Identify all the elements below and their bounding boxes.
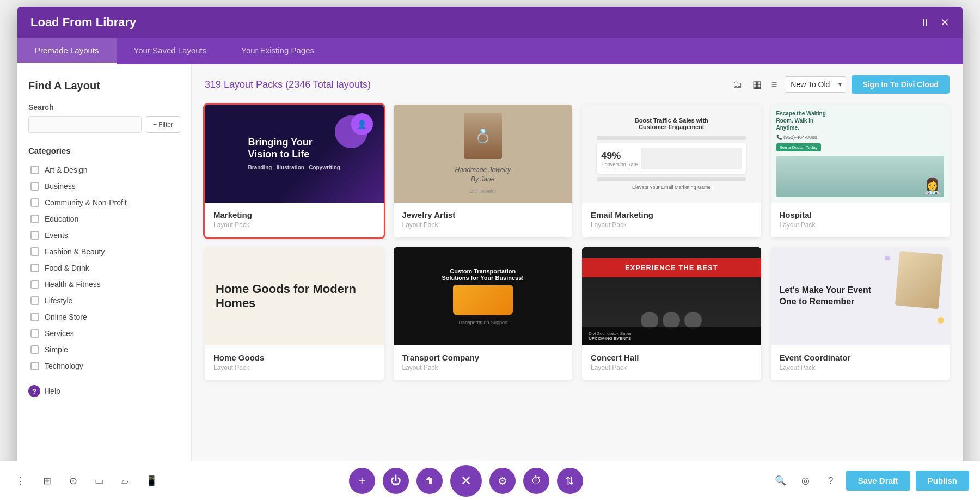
layout-card-hospital[interactable]: Escape the WaitingRoom. Walk InAnytime. … <box>771 105 950 237</box>
transport-shape <box>453 285 513 315</box>
category-item[interactable]: Health & Fitness <box>28 276 180 292</box>
search-input[interactable] <box>28 116 142 133</box>
category-item[interactable]: Services <box>28 325 180 342</box>
header-controls: 🗂 ▦ ≡ New To Old Old To New A to Z Z to … <box>731 75 950 94</box>
toolbar-swap-button[interactable]: ⇅ <box>557 468 583 494</box>
sort-select[interactable]: New To Old Old To New A to Z Z to A <box>785 76 846 93</box>
layout-card-concert[interactable]: EXPERIENCE THE BEST Divi Soundback Super… <box>582 247 761 380</box>
category-checkbox[interactable] <box>30 296 39 305</box>
categories-title: Categories <box>28 146 180 155</box>
toolbar-history-button[interactable]: ⏱ <box>523 468 549 494</box>
titlebar-icons: ⏸ ✕ <box>920 16 950 29</box>
card-name: Home Goods <box>213 353 375 362</box>
card-name: Event Coordinator <box>780 353 941 362</box>
event-dot2 <box>938 317 944 324</box>
category-item[interactable]: Business <box>28 178 180 194</box>
category-item[interactable]: Food & Drink <box>28 260 180 276</box>
category-label: Art & Design <box>45 166 88 174</box>
layout-card-homegoods[interactable]: Home Goods for Modern Homes Home Goods L… <box>205 247 384 380</box>
category-item[interactable]: Education <box>28 211 180 227</box>
category-checkbox[interactable] <box>30 345 39 354</box>
category-item[interactable]: Community & Non-Profit <box>28 194 180 211</box>
category-checkbox[interactable] <box>30 264 39 272</box>
list-view-icon[interactable]: ≡ <box>769 77 780 93</box>
save-draft-button[interactable]: Save Draft <box>846 471 910 491</box>
category-item[interactable]: Technology <box>28 358 180 374</box>
card-thumb-email: Boost Traffic & Sales withCustomer Engag… <box>582 105 761 203</box>
toolbar-layers-icon[interactable]: ◎ <box>796 471 816 491</box>
grid-view-icon[interactable]: ▦ <box>750 76 764 93</box>
toolbar-desktop-icon[interactable]: ▭ <box>89 471 109 491</box>
card-name: Marketing <box>213 210 375 219</box>
toolbar-close-button[interactable]: ✕ <box>450 465 482 497</box>
category-checkbox[interactable] <box>30 247 39 256</box>
category-item[interactable]: Art & Design <box>28 162 180 178</box>
category-checkbox[interactable] <box>30 166 39 174</box>
thumb-concert: EXPERIENCE THE BEST Divi Soundback Super… <box>582 247 761 345</box>
category-checkbox[interactable] <box>30 313 39 321</box>
category-item[interactable]: Lifestyle <box>28 292 180 309</box>
publish-button[interactable]: Publish <box>916 471 969 491</box>
category-label: Community & Non-Profit <box>45 198 127 207</box>
category-item[interactable]: Simple <box>28 342 180 358</box>
category-item[interactable]: Online Store <box>28 309 180 325</box>
category-checkbox[interactable] <box>30 329 39 338</box>
layout-card-event[interactable]: Let's Make Your Event One to Remember Ev… <box>771 247 950 380</box>
search-label: Search <box>28 103 180 112</box>
category-checkbox[interactable] <box>30 231 39 240</box>
tab-existing[interactable]: Your Existing Pages <box>224 38 332 64</box>
layout-card-jewelry[interactable]: 💍 Handmade JewelryBy Jane Divi Jewelry J… <box>394 105 573 237</box>
sign-in-button[interactable]: Sign In To Divi Cloud <box>852 75 950 94</box>
category-checkbox[interactable] <box>30 362 39 370</box>
email-cta: Elevate Your Email Marketing Game <box>632 185 711 190</box>
close-icon[interactable]: ✕ <box>940 16 950 29</box>
concert-label: Divi Soundback Super <box>589 331 755 336</box>
tab-saved[interactable]: Your Saved Layouts <box>117 38 224 64</box>
card-thumb-homegoods: Home Goods for Modern Homes <box>205 247 384 345</box>
email-stat-label: Conversion Rate <box>601 162 638 167</box>
category-item[interactable]: Fashion & Beauty <box>28 243 180 260</box>
layout-card-email[interactable]: Boost Traffic & Sales withCustomer Engag… <box>582 105 761 237</box>
toolbar-grid-icon[interactable]: ⊞ <box>37 471 57 491</box>
toolbar-tablet-icon[interactable]: ▱ <box>115 471 135 491</box>
card-type: Layout Pack <box>780 364 941 371</box>
pause-icon[interactable]: ⏸ <box>920 16 930 29</box>
toolbar-search-icon[interactable]: ⊙ <box>63 471 83 491</box>
concert-bottom: Divi Soundback Super UPCOMING EVENTS <box>582 327 761 345</box>
layout-card-transport[interactable]: Custom TransportationSolutions for Your … <box>394 247 573 380</box>
filter-button[interactable]: + Filter <box>146 116 180 133</box>
toolbar-menu-icon[interactable]: ⋮ <box>11 471 30 491</box>
toolbar-trash-button[interactable]: 🗑 <box>416 468 443 494</box>
category-checkbox[interactable] <box>30 215 39 223</box>
toolbar-help-icon[interactable]: ? <box>821 471 841 491</box>
toolbar-settings-button[interactable]: ⚙ <box>489 468 516 494</box>
jewelry-img: 💍 <box>464 113 502 159</box>
toolbar-zoom-icon[interactable]: 🔍 <box>771 471 791 491</box>
tab-premade[interactable]: Premade Layouts <box>17 38 117 64</box>
category-checkbox[interactable] <box>30 198 39 207</box>
card-name: Jewelry Artist <box>402 210 564 219</box>
sidebar-title: Find A Layout <box>28 80 180 92</box>
category-label: Technology <box>45 362 83 370</box>
toolbar-power-button[interactable]: ⏻ <box>383 468 409 494</box>
category-label: Lifestyle <box>45 296 72 305</box>
hospital-img: 👩‍⚕️ <box>776 156 945 197</box>
card-thumb-jewelry: 💍 Handmade JewelryBy Jane Divi Jewelry <box>394 105 573 203</box>
toolbar-add-button[interactable]: + <box>349 468 375 494</box>
card-thumb-event: Let's Make Your Event One to Remember <box>771 247 950 345</box>
layout-card-marketing[interactable]: Bringing YourVision to Life Branding Ill… <box>205 105 384 237</box>
category-item[interactable]: Events <box>28 227 180 243</box>
layouts-count: 319 Layout Packs (2346 Total layouts) <box>205 79 722 90</box>
card-type: Layout Pack <box>213 221 375 229</box>
card-type: Layout Pack <box>402 221 564 229</box>
card-thumb-marketing: Bringing YourVision to Life Branding Ill… <box>205 105 384 203</box>
grid-folder-icon[interactable]: 🗂 <box>731 77 745 93</box>
sort-wrapper: New To Old Old To New A to Z Z to A <box>785 76 846 93</box>
category-checkbox[interactable] <box>30 182 39 191</box>
toolbar-left: ⋮ ⊞ ⊙ ▭ ▱ 📱 <box>11 471 161 491</box>
category-checkbox[interactable] <box>30 280 39 289</box>
help-label: Help <box>45 387 60 395</box>
help-row[interactable]: ? Help <box>28 385 180 397</box>
toolbar-mobile-icon[interactable]: 📱 <box>142 471 161 491</box>
transport-title: Custom TransportationSolutions for Your … <box>442 268 524 281</box>
